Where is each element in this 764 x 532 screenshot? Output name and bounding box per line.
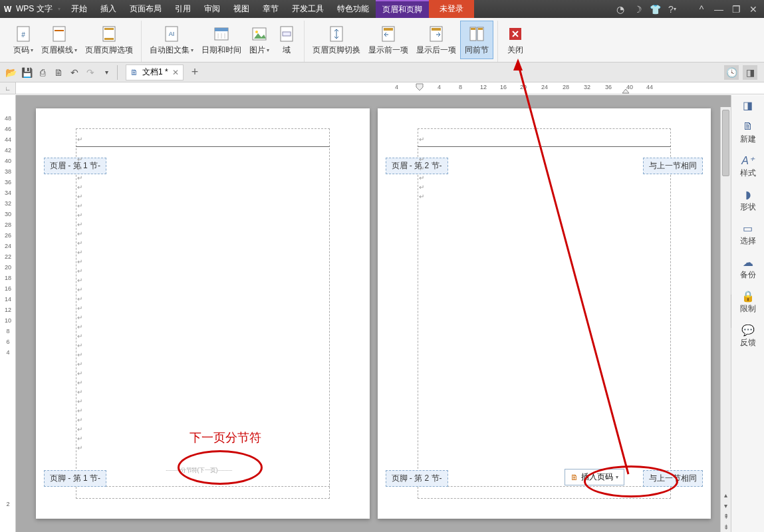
ribbon-hf-options[interactable]: 页眉页脚选项	[81, 21, 137, 59]
pages-container: ↵ 页眉 - 第 1 节- ↵↵↵↵↵ ↵↵↵↵↵ ↵↵↵↵↵ ↵↵↵↵↵ ↵↵…	[16, 95, 731, 532]
app-logo: W WPS 文字 ▾	[0, 3, 64, 15]
tab-header-footer[interactable]: 页眉和页脚	[376, 0, 429, 18]
svg-text:AI: AI	[169, 31, 175, 37]
qab-dropdown[interactable]: ▾	[100, 66, 113, 79]
show-prev-icon	[379, 25, 398, 43]
ribbon-show-prev[interactable]: 显示前一项	[364, 21, 412, 59]
close-icon[interactable]: ✕	[748, 4, 759, 15]
vertical-ruler[interactable]: 48 46 44 42 40 38 36 34 32 30 28 26 24 2…	[0, 95, 16, 532]
svg-rect-26	[478, 28, 483, 30]
print-preview-icon[interactable]: 🗎	[52, 66, 65, 79]
indent-marker-icon[interactable]	[414, 82, 427, 94]
undo-icon[interactable]: ↶	[68, 66, 81, 79]
svg-rect-17	[283, 32, 291, 36]
ribbon-date-time[interactable]: 日期和时间	[197, 21, 245, 59]
tab-devtools[interactable]: 开发工具	[285, 0, 330, 18]
svg-rect-2	[53, 27, 65, 41]
tab-special[interactable]: 特色功能	[330, 0, 376, 18]
sidebar-new[interactable]: 🗎新建	[735, 116, 761, 150]
vertical-scrollbar[interactable]: ▴ ▾ ⇞ ⇟	[720, 107, 731, 532]
ribbon-page-number[interactable]: # 页码▾	[9, 21, 37, 59]
date-time-icon	[212, 25, 231, 43]
tab-chapter[interactable]: 章节	[256, 0, 285, 18]
field-icon	[277, 25, 296, 43]
ribbon-close[interactable]: 关闭	[502, 21, 529, 59]
app-name: WPS 文字	[16, 3, 53, 15]
help-icon[interactable]: ?▾	[667, 4, 678, 15]
paragraph-mark: ↵	[77, 135, 82, 144]
scroll-up-arrow[interactable]: ▴	[721, 489, 731, 500]
scroll-page-down[interactable]: ⇟	[721, 521, 731, 532]
new-doc-tab[interactable]: +	[188, 65, 203, 79]
page-2[interactable]: ↵ 页眉 - 第 2 节- 与上一节相同 ↵↵↵↵↵ 页脚 - 第 2 节- 与…	[378, 108, 711, 519]
svg-rect-5	[104, 28, 114, 30]
tab-login[interactable]: 未登录	[429, 0, 474, 18]
sidebar-style[interactable]: A⁺样式	[735, 150, 761, 184]
show-next-icon	[427, 25, 446, 43]
right-sidebar: ◨ 🗎新建 A⁺样式 ◗形状 ▭选择 ☁备份 🔒限制 💬反馈	[731, 95, 764, 532]
ribbon-field[interactable]: 域	[273, 21, 300, 59]
auto-text-icon: AI	[162, 25, 181, 43]
ribbon-show-next[interactable]: 显示后一项	[412, 21, 460, 59]
svg-rect-25	[471, 28, 475, 30]
open-icon[interactable]: 📂	[4, 66, 17, 79]
sidebar-feedback[interactable]: 💬反馈	[735, 320, 761, 354]
ruler-bar: ∟ 4 4 8 12 16 20 24 28 32 36 40 44	[0, 82, 764, 94]
scroll-page-up[interactable]: ⇞	[721, 511, 731, 521]
sidebar-select[interactable]: ▭选择	[735, 218, 761, 252]
ribbon-header-line[interactable]: 页眉横线▾	[37, 21, 81, 59]
sidebar-shape[interactable]: ◗形状	[735, 184, 761, 218]
footer-section-tag: 页脚 - 第 2 节-	[386, 470, 448, 487]
ribbon-same-prev-section[interactable]: 同前节	[460, 21, 493, 59]
ribbon-picture[interactable]: 图片▾	[245, 21, 273, 59]
moon-icon[interactable]: ☽	[632, 4, 643, 15]
save-icon[interactable]: 💾	[20, 66, 33, 79]
maximize-icon[interactable]: ❐	[731, 4, 741, 15]
backup-icon: ☁	[741, 256, 755, 268]
select-icon: ▭	[741, 222, 755, 234]
menu-tabs: 开始 插入 页面布局 引用 审阅 视图 章节 开发工具 特色功能 页眉和页脚 未…	[64, 0, 474, 18]
header-section-tag: 页眉 - 第 2 节-	[386, 158, 448, 174]
svg-rect-10	[215, 28, 228, 31]
insert-page-number-button[interactable]: 🗎 插入页码 ▾	[565, 469, 624, 485]
pane-icon[interactable]: ◨	[743, 65, 757, 80]
shape-icon: ◗	[741, 188, 755, 200]
horizontal-ruler[interactable]: 4 4 8 12 16 20 24 28 32 36 40 44	[16, 82, 764, 94]
same-prev-icon	[467, 25, 486, 43]
expand-sidebar-icon[interactable]: ◨	[741, 99, 755, 111]
tab-insert[interactable]: 插入	[94, 0, 123, 18]
scroll-down-arrow[interactable]: ▾	[721, 500, 731, 511]
doc-tab-close[interactable]: ✕	[172, 68, 179, 77]
right-indent-marker-icon[interactable]	[621, 86, 630, 94]
app-menu-dropdown[interactable]: ▾	[58, 6, 61, 12]
sidebar-limit[interactable]: 🔒限制	[735, 286, 761, 320]
document-tab[interactable]: 🗎 文档1 * ✕	[126, 65, 184, 80]
tab-review[interactable]: 审阅	[197, 0, 227, 18]
redo-icon[interactable]: ↷	[84, 66, 97, 79]
skin-icon[interactable]: 👕	[650, 4, 660, 15]
document-area: 48 46 44 42 40 38 36 34 32 30 28 26 24 2…	[0, 95, 731, 532]
doc-page-icon: 🗎	[130, 68, 138, 77]
scrollbar-thumb[interactable]	[722, 110, 729, 176]
ruler-corner[interactable]: ∟	[0, 82, 16, 94]
minimize-icon[interactable]: —	[713, 4, 724, 15]
tab-view[interactable]: 视图	[227, 0, 256, 18]
paragraph-mark: ↵	[419, 135, 424, 144]
tab-layout[interactable]: 页面布局	[123, 0, 168, 18]
ribbon-switch-hf[interactable]: 页眉页脚切换	[309, 21, 364, 59]
page-icon: 🗎	[571, 473, 578, 482]
calendar-icon[interactable]: 🕓	[724, 65, 739, 80]
picture-icon	[250, 25, 269, 43]
ribbon-auto-text[interactable]: AI 自动图文集▾	[146, 21, 197, 59]
page-1[interactable]: ↵ 页眉 - 第 1 节- ↵↵↵↵↵ ↵↵↵↵↵ ↵↵↵↵↵ ↵↵↵↵↵ ↵↵…	[36, 108, 370, 519]
ribbon: # 页码▾ 页眉横线▾ 页眉页脚选项 AI 自动图文集▾ 日期和时间 图片▾ 域	[0, 18, 764, 63]
svg-rect-22	[432, 28, 441, 31]
new-file-icon: 🗎	[741, 120, 755, 132]
same-as-prev-header-tag: 与上一节相同	[643, 158, 703, 174]
print-icon[interactable]: ⎙	[36, 66, 49, 79]
ribbon-collapse-icon[interactable]: ^	[696, 4, 707, 15]
sync-icon[interactable]: ◔	[615, 4, 626, 15]
tab-start[interactable]: 开始	[64, 0, 94, 18]
sidebar-backup[interactable]: ☁备份	[735, 252, 761, 286]
tab-reference[interactable]: 引用	[168, 0, 197, 18]
